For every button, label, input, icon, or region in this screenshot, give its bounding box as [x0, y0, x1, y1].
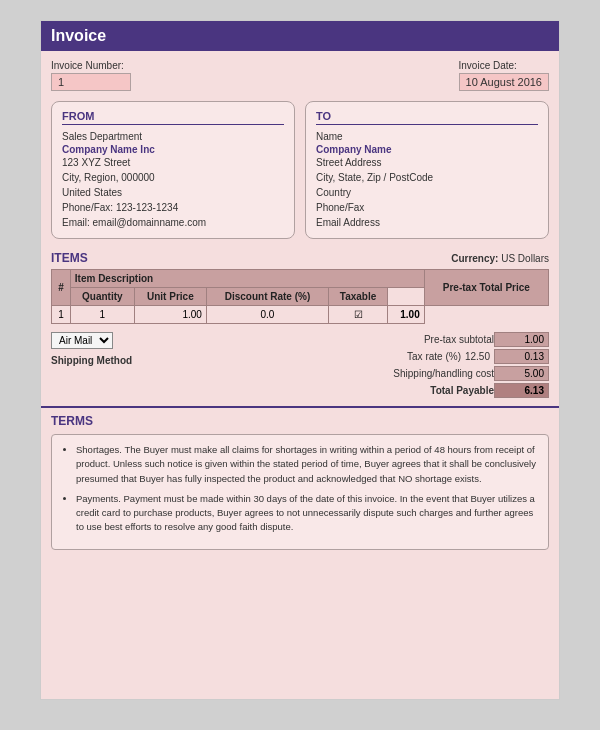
- shipping-cost-row: Shipping/handling cost 5.00: [364, 366, 549, 381]
- invoice-title: Invoice: [51, 27, 106, 44]
- col-pretax: Pre-tax Total Price: [424, 270, 548, 306]
- shipping-dropdown-wrapper[interactable]: Air Mail: [51, 332, 364, 353]
- shipping-method-select[interactable]: Air Mail: [51, 332, 113, 349]
- shipping-method-label: Shipping Method: [51, 355, 364, 366]
- invoice-number-block: Invoice Number: 1: [51, 59, 131, 91]
- from-line5: United States: [62, 185, 284, 200]
- invoice-date-block: Invoice Date: 10 August 2016: [459, 59, 549, 91]
- shipping-cost-value: 5.00: [494, 366, 549, 381]
- to-line4: City, State, Zip / PostCode: [316, 170, 538, 185]
- row-taxable: ☑: [329, 306, 388, 324]
- terms-item-2: Payments. Payment must be made within 30…: [76, 492, 538, 535]
- from-label: FROM: [62, 110, 284, 125]
- col-discount: Discount Rate (%): [206, 288, 328, 306]
- from-line4: City, Region, 000000: [62, 170, 284, 185]
- terms-box: Shortages. The Buyer must make all claim…: [51, 434, 549, 550]
- items-label: ITEMS: [51, 251, 88, 265]
- total-payable-label: Total Payable: [364, 385, 494, 396]
- col-taxable: Taxable: [329, 288, 388, 306]
- invoice-date-value: 10 August 2016: [459, 73, 549, 91]
- shipping-cost-label: Shipping/handling cost: [364, 368, 494, 379]
- to-line3: Street Address: [316, 155, 538, 170]
- tax-rate-value: 12.50: [465, 351, 490, 362]
- shipping-left: Air Mail Shipping Method: [51, 332, 364, 366]
- to-block: TO Name Company Name Street Address City…: [305, 101, 549, 239]
- table-row: 1 1 1.00 0.0 ☑ 1.00: [52, 306, 549, 324]
- from-line1: Sales Department: [62, 129, 284, 144]
- shipping-totals-section: Air Mail Shipping Method Pre-tax subtota…: [41, 330, 559, 406]
- from-company: Company Name Inc: [62, 144, 284, 155]
- items-table: # Item Description Pre-tax Total Price Q…: [51, 269, 549, 324]
- row-pretax: 1.00: [387, 306, 424, 324]
- pretax-subtotal-row: Pre-tax subtotal 1.00: [364, 332, 549, 347]
- row-quantity: 1: [70, 306, 134, 324]
- items-section: ITEMS Currency: US Dollars # Item Descri…: [41, 245, 559, 330]
- to-line7: Email Address: [316, 215, 538, 230]
- from-line6: Phone/Fax: 123-123-1234: [62, 200, 284, 215]
- to-company: Company Name: [316, 144, 538, 155]
- col-description: Item Description: [70, 270, 424, 288]
- row-unit-price: 1.00: [134, 306, 206, 324]
- invoice-number-value: 1: [51, 73, 131, 91]
- to-line1: Name: [316, 129, 538, 144]
- col-hash: #: [52, 270, 71, 306]
- row-discount: 0.0: [206, 306, 328, 324]
- from-line3: 123 XYZ Street: [62, 155, 284, 170]
- to-line5: Country: [316, 185, 538, 200]
- row-num: 1: [52, 306, 71, 324]
- items-header-row: ITEMS Currency: US Dollars: [51, 251, 549, 265]
- total-payable-value: 6.13: [494, 383, 549, 398]
- terms-label: TERMS: [51, 414, 549, 428]
- totals-block: Pre-tax subtotal 1.00 Tax rate (%) 12.50…: [364, 332, 549, 400]
- invoice-header: Invoice: [41, 21, 559, 51]
- currency-label: Currency: US Dollars: [451, 253, 549, 264]
- tax-rate-row: Tax rate (%) 12.50 0.13: [371, 349, 549, 364]
- from-block: FROM Sales Department Company Name Inc 1…: [51, 101, 295, 239]
- invoice-meta: Invoice Number: 1 Invoice Date: 10 Augus…: [41, 51, 559, 95]
- terms-section: TERMS Shortages. The Buyer must make all…: [41, 406, 559, 556]
- col-unit-price: Unit Price: [134, 288, 206, 306]
- col-quantity: Quantity: [70, 288, 134, 306]
- pretax-subtotal-label: Pre-tax subtotal: [364, 334, 494, 345]
- invoice-date-label: Invoice Date:: [459, 60, 517, 71]
- terms-list: Shortages. The Buyer must make all claim…: [62, 443, 538, 535]
- from-to-section: FROM Sales Department Company Name Inc 1…: [41, 95, 559, 245]
- terms-item-1: Shortages. The Buyer must make all claim…: [76, 443, 538, 486]
- to-line6: Phone/Fax: [316, 200, 538, 215]
- from-line7: Email: email@domainname.com: [62, 215, 284, 230]
- invoice-page: Invoice Invoice Number: 1 Invoice Date: …: [40, 20, 560, 700]
- total-payable-row: Total Payable 6.13: [364, 383, 549, 398]
- tax-rate-label: Tax rate (%): [371, 351, 461, 362]
- to-label: TO: [316, 110, 538, 125]
- tax-amount-value: 0.13: [494, 349, 549, 364]
- pretax-subtotal-value: 1.00: [494, 332, 549, 347]
- invoice-number-label: Invoice Number:: [51, 60, 124, 71]
